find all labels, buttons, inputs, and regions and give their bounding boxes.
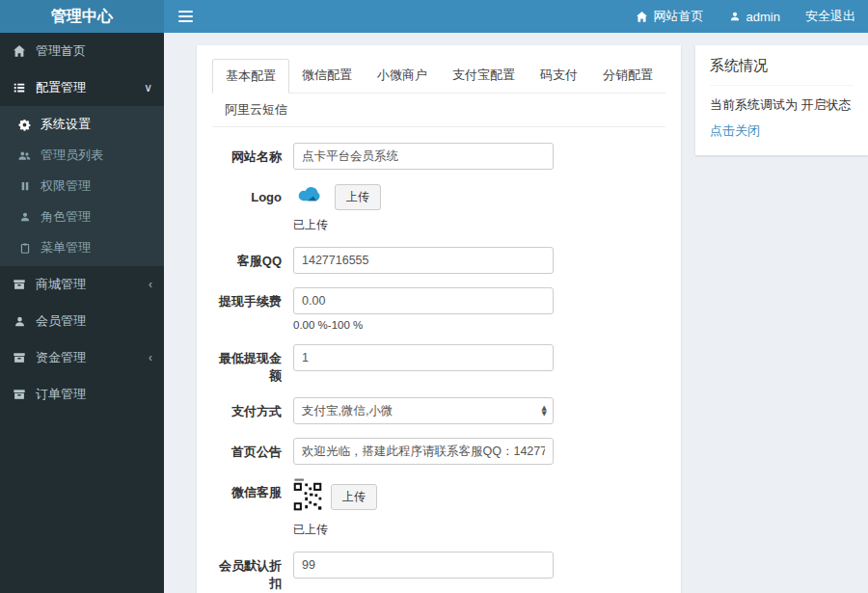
- service-qq-row: 客服QQ: [212, 247, 665, 274]
- home-icon: [636, 11, 648, 23]
- sidebar-item-label: 系统设置: [41, 116, 91, 133]
- withdraw-fee-hint: 0.00 %-100 %: [293, 319, 554, 331]
- sidebar-item-funds[interactable]: 资金管理 ‹: [0, 339, 164, 376]
- clipboard-icon: [17, 242, 32, 255]
- wechat-service-row: 微信客服: [212, 478, 665, 538]
- box-icon: [12, 388, 27, 401]
- logo-label: Logo: [212, 183, 282, 233]
- member-discount-label: 会员默认折扣: [212, 552, 282, 591]
- logo-image: [293, 183, 326, 210]
- sidebar-item-label: 管理员列表: [41, 147, 103, 164]
- sidebar: 管理首页 配置管理 ∨ 系统设置 管理员列表: [0, 33, 164, 593]
- service-qq-input[interactable]: [293, 247, 554, 274]
- brand-title[interactable]: 管理中心: [0, 0, 164, 33]
- site-name-label: 网站名称: [212, 143, 282, 170]
- sidebar-item-label: 菜单管理: [41, 239, 91, 256]
- homepage-notice-input[interactable]: [293, 438, 554, 465]
- tab-distribution-config[interactable]: 分销配置: [590, 59, 665, 93]
- min-withdraw-label: 最低提现金额: [212, 344, 282, 384]
- sidebar-item-system-settings[interactable]: 系统设置: [0, 109, 164, 140]
- sidebar-item-admin-list[interactable]: 管理员列表: [0, 140, 164, 171]
- user-icon: [729, 11, 741, 22]
- sidebar-item-menus[interactable]: 菜单管理: [0, 232, 164, 263]
- sidebar-item-members[interactable]: 会员管理: [0, 303, 164, 339]
- nav-site-home[interactable]: 网站首页: [623, 8, 717, 25]
- top-bar: 管理中心 网站首页 admin 安全退出: [0, 0, 868, 33]
- site-name-input[interactable]: [293, 143, 554, 170]
- logo-upload-button[interactable]: 上传: [335, 184, 381, 210]
- sidebar-item-label: 商城管理: [36, 276, 86, 293]
- system-status-text: 当前系统调试为 开启状态: [710, 96, 854, 114]
- nav-logout-label: 安全退出: [805, 8, 855, 25]
- homepage-notice-row: 首页公告: [212, 438, 665, 465]
- home-icon: [12, 44, 27, 58]
- users-icon: [17, 149, 32, 162]
- box-icon: [12, 278, 27, 291]
- sidebar-item-orders[interactable]: 订单管理: [0, 376, 164, 413]
- gear-icon: [17, 119, 32, 131]
- nav-logout[interactable]: 安全退出: [793, 8, 868, 25]
- sidebar-item-label: 会员管理: [36, 312, 86, 330]
- tab-codepay[interactable]: 码支付: [528, 59, 590, 93]
- sidebar-item-label: 管理首页: [36, 42, 86, 60]
- nav-site-home-label: 网站首页: [654, 8, 704, 25]
- person-icon: [17, 211, 32, 223]
- content-area: 基本配置 微信配置 小微商户 支付宝配置 码支付 分销配置 阿里云短信 网站名称: [164, 33, 868, 593]
- sidebar-item-label: 资金管理: [36, 349, 86, 366]
- member-discount-input[interactable]: [293, 552, 554, 579]
- debug-toggle-link[interactable]: 点击关闭: [710, 122, 760, 140]
- basic-config-form: 网站名称 Logo 上传 已上传: [212, 143, 665, 593]
- tab-wechat-config[interactable]: 微信配置: [289, 59, 365, 93]
- sidebar-item-roles[interactable]: 角色管理: [0, 202, 164, 232]
- sidebar-item-config[interactable]: 配置管理 ∨: [0, 69, 164, 106]
- menu-toggle-icon[interactable]: [164, 0, 207, 33]
- homepage-notice-label: 首页公告: [212, 438, 282, 465]
- navbar: 网站首页 admin 安全退出: [164, 0, 868, 33]
- sidebar-item-label: 角色管理: [41, 208, 91, 226]
- tab-aliyun-sms[interactable]: 阿里云短信: [212, 94, 300, 126]
- nav-user-label: admin: [746, 10, 780, 24]
- person-icon: [12, 315, 27, 328]
- chevron-left-icon: ‹: [149, 279, 152, 290]
- min-withdraw-row: 最低提现金额: [212, 344, 665, 384]
- chevron-down-icon: ∨: [144, 82, 152, 94]
- tab-row-2: 阿里云短信: [212, 94, 665, 127]
- settings-card: 基本配置 微信配置 小微商户 支付宝配置 码支付 分销配置 阿里云短信 网站名称: [197, 45, 681, 593]
- tab-xiaowei-merchant[interactable]: 小微商户: [365, 59, 440, 93]
- withdraw-fee-input[interactable]: [293, 287, 554, 314]
- service-qq-label: 客服QQ: [212, 247, 282, 274]
- sidebar-item-mall[interactable]: 商城管理 ‹: [0, 266, 164, 303]
- navbar-right: 网站首页 admin 安全退出: [623, 8, 868, 25]
- nav-user[interactable]: admin: [717, 8, 793, 25]
- list-icon: [12, 81, 27, 94]
- logo-upload-status: 已上传: [293, 217, 381, 233]
- min-withdraw-input[interactable]: [293, 344, 554, 371]
- withdraw-fee-label: 提现手续费: [212, 287, 282, 331]
- sidebar-item-label: 权限管理: [41, 177, 91, 195]
- sidebar-item-dashboard[interactable]: 管理首页: [0, 33, 164, 69]
- pay-method-select[interactable]: 支付宝,微信,小微: [293, 397, 554, 424]
- chevron-left-icon: ‹: [149, 352, 152, 364]
- tab-alipay-config[interactable]: 支付宝配置: [440, 59, 528, 93]
- wechat-service-label: 微信客服: [212, 478, 282, 538]
- logo-row: Logo 上传 已上传: [212, 183, 665, 233]
- wechat-qr-upload-button[interactable]: 上传: [331, 484, 377, 510]
- sidebar-item-label: 订单管理: [36, 386, 86, 403]
- withdraw-fee-row: 提现手续费 0.00 %-100 %: [212, 287, 665, 331]
- system-status-title: 系统情况: [710, 57, 854, 86]
- pay-method-row: 支付方式 支付宝,微信,小微 ▲ ▼: [212, 397, 665, 424]
- wechat-qr-upload-status: 已上传: [293, 522, 377, 538]
- tab-row-1: 基本配置 微信配置 小微商户 支付宝配置 码支付 分销配置: [212, 59, 665, 94]
- box-icon: [12, 351, 27, 364]
- system-status-card: 系统情况 当前系统调试为 开启状态 点击关闭: [695, 45, 868, 155]
- sidebar-item-label: 配置管理: [36, 79, 86, 96]
- admin-app: 管理中心 网站首页 admin 安全退出: [0, 0, 868, 593]
- site-name-row: 网站名称: [212, 143, 665, 170]
- member-discount-row: 会员默认折扣: [212, 552, 665, 591]
- sidebar-item-permissions[interactable]: 权限管理: [0, 171, 164, 202]
- pay-method-label: 支付方式: [212, 397, 282, 424]
- sidebar-submenu-config: 系统设置 管理员列表 权限管理 角色管理: [0, 106, 164, 266]
- tab-basic-config[interactable]: 基本配置: [212, 59, 289, 94]
- wechat-qr-image: [293, 478, 322, 515]
- pause-bars-icon: [17, 180, 32, 192]
